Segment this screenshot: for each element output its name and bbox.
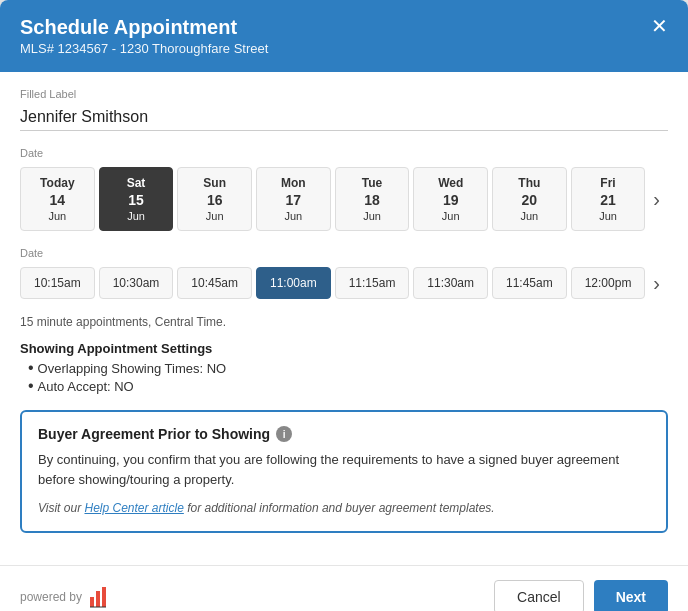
powered-by-label: powered by	[20, 590, 82, 604]
date-cell[interactable]: Fri 21 Jun	[571, 167, 646, 231]
time-cell[interactable]: 11:30am	[413, 267, 488, 299]
cancel-button[interactable]: Cancel	[494, 580, 584, 611]
time-cell[interactable]: 10:30am	[99, 267, 174, 299]
settings-item: • Auto Accept: NO	[28, 378, 668, 394]
help-center-link[interactable]: Help Center article	[84, 501, 183, 515]
date-cell[interactable]: Tue 18 Jun	[335, 167, 410, 231]
powered-by: powered by	[20, 585, 112, 609]
time-cell[interactable]: 11:00am	[256, 267, 331, 299]
bullet-icon: •	[28, 360, 34, 376]
date-cells: Today 14 Jun Sat 15 Jun Sun 16 Jun Mon 1…	[20, 167, 645, 231]
brand-logo	[88, 585, 112, 609]
date-cell[interactable]: Sat 15 Jun	[99, 167, 174, 231]
modal-footer: powered by Cancel Next	[0, 565, 688, 611]
modal: Schedule Appointment MLS# 1234567 - 1230…	[0, 0, 688, 611]
svg-rect-2	[102, 587, 106, 607]
info-icon[interactable]: i	[276, 426, 292, 442]
bullet-icon: •	[28, 378, 34, 394]
time-field-group: Date 10:15am10:30am10:45am11:00am11:15am…	[20, 247, 668, 299]
close-button[interactable]: ✕	[651, 16, 668, 36]
modal-header: Schedule Appointment MLS# 1234567 - 1230…	[0, 0, 688, 72]
date-cell[interactable]: Thu 20 Jun	[492, 167, 567, 231]
settings-items: • Overlapping Showing Times: NO• Auto Ac…	[20, 360, 668, 394]
name-field-group: Filled Label	[20, 88, 668, 131]
settings-section: Showing Appointment Settings • Overlappi…	[20, 341, 668, 394]
modal-body: Filled Label Date Today 14 Jun Sat 15 Ju…	[0, 72, 688, 565]
link-suffix: for additional information and buyer agr…	[184, 501, 495, 515]
date-cell[interactable]: Today 14 Jun	[20, 167, 95, 231]
time-section-label: Date	[20, 247, 668, 259]
date-scroll-container: Today 14 Jun Sat 15 Jun Sun 16 Jun Mon 1…	[20, 167, 668, 231]
link-prefix: Visit our	[38, 501, 84, 515]
modal-subtitle: MLS# 1234567 - 1230 Thoroughfare Street	[20, 41, 268, 56]
buyer-agreement-title: Buyer Agreement Prior to Showing i	[38, 426, 650, 442]
date-field-group: Date Today 14 Jun Sat 15 Jun Sun 16 Jun …	[20, 147, 668, 231]
date-cell[interactable]: Wed 19 Jun	[413, 167, 488, 231]
date-cell[interactable]: Sun 16 Jun	[177, 167, 252, 231]
buyer-agreement-box: Buyer Agreement Prior to Showing i By co…	[20, 410, 668, 533]
appointment-note: 15 minute appointments, Central Time.	[20, 315, 668, 329]
time-cell[interactable]: 10:15am	[20, 267, 95, 299]
time-next-arrow[interactable]: ›	[645, 268, 668, 299]
modal-title: Schedule Appointment	[20, 16, 268, 39]
date-section-label: Date	[20, 147, 668, 159]
buyer-agreement-title-text: Buyer Agreement Prior to Showing	[38, 426, 270, 442]
settings-item: • Overlapping Showing Times: NO	[28, 360, 668, 376]
settings-title: Showing Appointment Settings	[20, 341, 668, 356]
next-button[interactable]: Next	[594, 580, 668, 611]
name-input[interactable]	[20, 104, 668, 131]
footer-buttons: Cancel Next	[494, 580, 668, 611]
svg-rect-0	[90, 597, 94, 607]
time-cells: 10:15am10:30am10:45am11:00am11:15am11:30…	[20, 267, 645, 299]
header-text: Schedule Appointment MLS# 1234567 - 1230…	[20, 16, 268, 56]
time-cell[interactable]: 10:45am	[177, 267, 252, 299]
time-scroll-container: 10:15am10:30am10:45am11:00am11:15am11:30…	[20, 267, 668, 299]
date-cell[interactable]: Mon 17 Jun	[256, 167, 331, 231]
buyer-agreement-body: By continuing, you confirm that you are …	[38, 450, 650, 489]
time-cell[interactable]: 12:00pm	[571, 267, 646, 299]
date-next-arrow[interactable]: ›	[645, 184, 668, 215]
time-cell[interactable]: 11:15am	[335, 267, 410, 299]
time-cell[interactable]: 11:45am	[492, 267, 567, 299]
name-field-label: Filled Label	[20, 88, 668, 100]
buyer-agreement-link-text: Visit our Help Center article for additi…	[38, 499, 650, 517]
svg-rect-1	[96, 591, 100, 607]
